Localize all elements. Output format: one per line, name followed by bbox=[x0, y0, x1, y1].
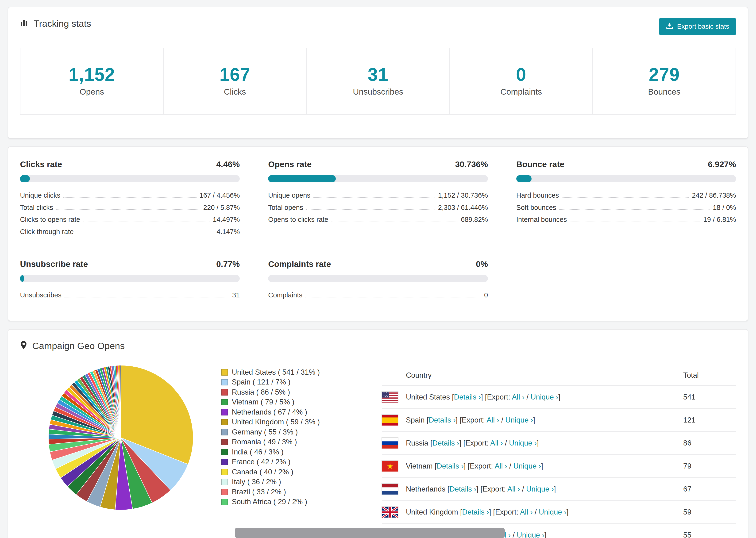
clicks-rate-title: Clicks rate bbox=[20, 160, 62, 169]
legend-item[interactable]: United Kingdom ( 59 / 3% ) bbox=[221, 417, 364, 427]
dotted-leader bbox=[306, 209, 435, 210]
legend-item[interactable]: Spain ( 121 / 7% ) bbox=[221, 377, 364, 387]
legend-item[interactable]: Russia ( 86 / 5% ) bbox=[221, 387, 364, 398]
country-name: United States bbox=[406, 393, 450, 401]
export-unique-link[interactable]: Unique › bbox=[531, 393, 558, 401]
dotted-leader bbox=[562, 197, 689, 198]
rate-panel-bounces: Bounce rate 6.927% Hard bounces242 / 86.… bbox=[516, 160, 736, 238]
dotted-leader bbox=[559, 209, 710, 210]
export-all-link[interactable]: All › bbox=[487, 416, 499, 424]
page: Tracking stats Export basic stats 1,152 … bbox=[0, 0, 756, 538]
export-unique-link[interactable]: Unique › bbox=[513, 462, 541, 470]
legend-item[interactable]: Netherlands ( 67 / 4% ) bbox=[221, 407, 364, 417]
legend-swatch bbox=[221, 399, 228, 405]
legend-swatch bbox=[221, 449, 228, 455]
export-all-link[interactable]: All › bbox=[512, 393, 524, 401]
legend-item[interactable]: France ( 42 / 2% ) bbox=[221, 457, 364, 467]
geo-pie bbox=[47, 364, 194, 511]
legend-label: United States ( 541 / 31% ) bbox=[232, 367, 320, 377]
details-link[interactable]: Details › bbox=[432, 439, 459, 447]
stat-clicks-value: 167 bbox=[164, 65, 306, 84]
legend-item[interactable]: United States ( 541 / 31% ) bbox=[221, 367, 364, 377]
dotted-leader bbox=[63, 197, 196, 198]
export-all-link[interactable]: All › bbox=[495, 462, 507, 470]
dotted-leader bbox=[570, 222, 700, 222]
country-name: United Kingdom bbox=[406, 508, 458, 516]
flag-icon-us bbox=[382, 392, 398, 403]
legend-label: Netherlands ( 67 / 4% ) bbox=[232, 407, 307, 417]
details-link[interactable]: Details › bbox=[450, 485, 477, 493]
opens-rate-value: 30.736% bbox=[455, 160, 488, 169]
country-cell: Vietnam [Details ›] [Export: All › / Uni… bbox=[406, 462, 683, 470]
export-all-link[interactable]: All › bbox=[507, 485, 520, 493]
export-unique-link[interactable]: Unique › bbox=[509, 439, 537, 447]
stat-bounces-label: Bounces bbox=[593, 87, 735, 97]
legend-item[interactable]: Germany ( 55 / 3% ) bbox=[221, 427, 364, 437]
stat-unsubscribes-value: 31 bbox=[307, 65, 449, 84]
dotted-leader bbox=[331, 222, 458, 222]
bounce-rate-title: Bounce rate bbox=[516, 160, 565, 169]
legend-label: Canada ( 40 / 2% ) bbox=[232, 467, 293, 477]
export-all-link[interactable]: All › bbox=[490, 439, 503, 447]
stat-line: Hard bounces242 / 86.738% bbox=[516, 189, 736, 201]
legend-item[interactable]: Canada ( 40 / 2% ) bbox=[221, 467, 364, 477]
country-cell: Russia [Details ›] [Export: All › / Uniq… bbox=[406, 439, 683, 447]
geo-opens-title-text: Campaign Geo Opens bbox=[32, 341, 125, 351]
legend-swatch bbox=[221, 369, 228, 375]
legend-swatch bbox=[221, 479, 228, 485]
legend-label: Romania ( 49 / 3% ) bbox=[232, 437, 297, 447]
rate-panel-complaints: Complaints rate 0% Complaints0 bbox=[268, 259, 488, 301]
stat-complaints-label: Complaints bbox=[450, 87, 593, 97]
unsubscribe-rate-title: Unsubscribe rate bbox=[20, 259, 88, 269]
details-link[interactable]: Details › bbox=[454, 393, 481, 401]
legend-item[interactable]: Italy ( 36 / 2% ) bbox=[221, 477, 364, 487]
clicks-rate-bar bbox=[20, 175, 240, 183]
details-link[interactable]: Details › bbox=[437, 462, 464, 470]
stat-line: Unique clicks167 / 4.456% bbox=[20, 189, 240, 201]
flag-icon-ru bbox=[382, 438, 398, 449]
table-row: Vietnam [Details ›] [Export: All › / Uni… bbox=[382, 455, 736, 477]
export-button-label: Export basic stats bbox=[677, 23, 729, 30]
stat-opens-label: Opens bbox=[21, 87, 163, 97]
table-row: Russia [Details ›] [Export: All › / Uniq… bbox=[382, 431, 736, 455]
legend-swatch bbox=[221, 499, 228, 505]
export-unique-link[interactable]: Unique › bbox=[526, 485, 554, 493]
flag-icon-es bbox=[382, 415, 398, 426]
rate-panel-unsubscribes: Unsubscribe rate 0.77% Unsubscribes31 bbox=[20, 259, 240, 301]
stat-line: Unsubscribes31 bbox=[20, 289, 240, 301]
bar-chart-icon bbox=[20, 18, 28, 29]
details-link[interactable]: Details › bbox=[462, 508, 489, 516]
details-link[interactable]: Details › bbox=[429, 416, 456, 424]
legend-item[interactable]: Vietnam ( 79 / 5% ) bbox=[221, 397, 364, 407]
tracking-stats-card: Tracking stats Export basic stats 1,152 … bbox=[8, 7, 748, 138]
export-unique-link[interactable]: Unique › bbox=[505, 416, 533, 424]
stat-line: Soft bounces18 / 0% bbox=[516, 201, 736, 214]
stat-line: Total opens2,303 / 61.446% bbox=[268, 201, 488, 214]
export-all-link[interactable]: All › bbox=[520, 508, 533, 516]
export-unique-link[interactable]: Unique › bbox=[539, 508, 567, 516]
stat-clicks-label: Clicks bbox=[164, 87, 306, 97]
stat-unsubscribes: 31 Unsubscribes bbox=[307, 48, 450, 114]
legend-label: France ( 42 / 2% ) bbox=[232, 457, 291, 467]
rate-panel-opens: Opens rate 30.736% Unique opens1,152 / 3… bbox=[268, 160, 488, 238]
legend-item[interactable]: Brazil ( 33 / 2% ) bbox=[221, 487, 364, 497]
table-row: Spain [Details ›] [Export: All › / Uniqu… bbox=[382, 408, 736, 431]
geo-table-body: United States [Details ›] [Export: All ›… bbox=[382, 385, 736, 538]
dotted-leader bbox=[64, 297, 229, 297]
legend-item[interactable]: India ( 46 / 3% ) bbox=[221, 447, 364, 457]
export-basic-stats-button[interactable]: Export basic stats bbox=[659, 18, 736, 35]
dotted-leader bbox=[56, 209, 200, 210]
country-name: Spain bbox=[406, 416, 425, 424]
legend-item[interactable]: Romania ( 49 / 3% ) bbox=[221, 437, 364, 447]
bounce-rate-bar bbox=[516, 175, 736, 183]
legend-swatch bbox=[221, 389, 228, 395]
flag-icon-nl bbox=[382, 484, 398, 495]
legend-item[interactable]: South Africa ( 29 / 2% ) bbox=[221, 497, 364, 507]
export-unique-link[interactable]: Unique › bbox=[517, 531, 544, 538]
opens-rate-bar-fill bbox=[268, 175, 336, 183]
country-total: 67 bbox=[683, 485, 736, 493]
horizontal-scrollbar-thumb[interactable] bbox=[235, 528, 505, 538]
legend-swatch bbox=[221, 459, 228, 465]
country-name: Vietnam bbox=[406, 462, 433, 470]
stat-line: Clicks to opens rate14.497% bbox=[20, 214, 240, 226]
